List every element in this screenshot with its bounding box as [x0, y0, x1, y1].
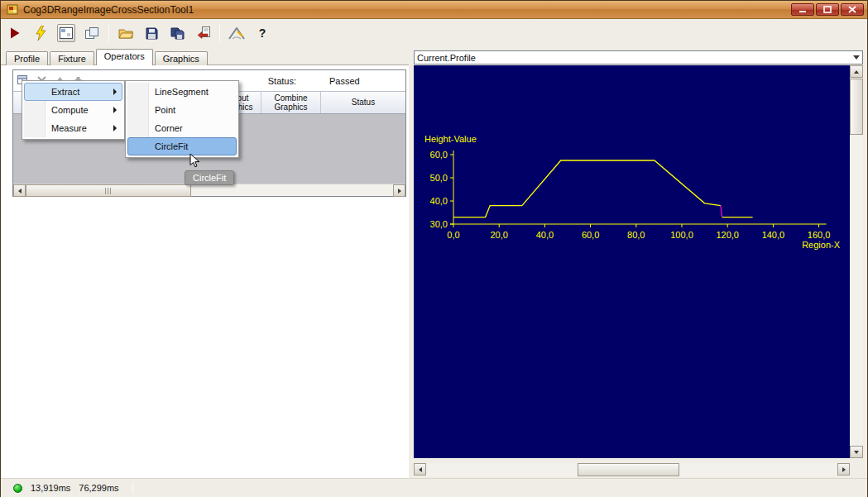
run-status-led-icon — [13, 484, 22, 493]
svg-text:160,0: 160,0 — [808, 230, 831, 240]
status-value: Passed — [329, 76, 367, 86]
mouse-cursor-icon — [189, 153, 200, 168]
scroll-right-arrow[interactable] — [393, 184, 405, 197]
minimize-button[interactable] — [791, 3, 814, 16]
caliper-icon — [228, 27, 245, 40]
main-toolbar: ? — [1, 19, 867, 47]
scrollbar-thumb[interactable] — [26, 184, 191, 197]
measure-tool-button[interactable] — [228, 24, 246, 42]
open-file-button[interactable] — [117, 24, 135, 42]
total-time: 76,299ms — [79, 483, 118, 493]
svg-text:Height-Value: Height-Value — [424, 134, 477, 144]
chart-vertical-scrollbar[interactable] — [850, 65, 863, 458]
grid-copy-icon — [85, 27, 99, 40]
up-triangle-icon — [854, 70, 859, 74]
menu-item-extract[interactable]: Extract — [24, 83, 122, 101]
close-button[interactable] — [841, 3, 864, 16]
chevron-down-icon — [853, 55, 860, 60]
copy-graphics-button[interactable] — [83, 24, 101, 42]
import-button[interactable] — [194, 24, 212, 42]
help-icon: ? — [259, 26, 266, 40]
svg-text:50,0: 50,0 — [430, 173, 448, 183]
right-triangle-icon — [398, 189, 401, 194]
menu-item-point[interactable]: Point — [127, 101, 237, 119]
profile-chart[interactable]: 0,020,040,060,080,0100,0120,0140,0160,03… — [414, 65, 850, 458]
submenu-arrow-icon — [113, 107, 117, 113]
grid-horizontal-scrollbar[interactable] — [13, 184, 405, 196]
extract-submenu: LineSegment Point Corner CircleFit — [125, 80, 239, 158]
submenu-arrow-icon — [113, 88, 117, 95]
statusbar-separator — [132, 482, 133, 494]
svg-text:60,0: 60,0 — [430, 150, 448, 160]
profile-display-panel: 0,020,040,060,080,0100,0120,0140,0160,03… — [414, 65, 863, 478]
toolbar-separator — [219, 24, 220, 42]
menu-item-measure[interactable]: Measure — [24, 119, 122, 137]
window-title: Cog3DRangeImageCrossSectionTool1 — [23, 4, 194, 16]
scroll-right-arrow[interactable] — [837, 463, 850, 475]
scrollbar-track[interactable] — [191, 184, 393, 196]
play-icon — [8, 26, 22, 40]
import-icon — [196, 26, 210, 40]
add-operator-context-menu: Extract Compute Measure — [22, 80, 125, 140]
titlebar[interactable]: Cog3DRangeImageCrossSectionTool1 — [1, 1, 867, 19]
left-triangle-icon — [419, 467, 422, 472]
profile-selector-combobox[interactable]: Current.Profile — [414, 50, 863, 65]
execution-time: 13,919ms — [31, 483, 70, 493]
down-triangle-icon — [854, 451, 859, 454]
scroll-up-arrow[interactable] — [850, 65, 863, 78]
tab-profile[interactable]: Profile — [6, 51, 48, 65]
app-window: Cog3DRangeImageCrossSectionTool1 — [0, 0, 868, 497]
svg-text:40,0: 40,0 — [536, 230, 554, 240]
status-label: Status: — [268, 76, 296, 86]
show-result-graphics-button[interactable] — [57, 24, 75, 42]
scroll-left-arrow[interactable] — [13, 184, 26, 197]
menu-item-compute[interactable]: Compute — [24, 101, 122, 119]
tab-graphics[interactable]: Graphics — [155, 51, 208, 65]
svg-text:Region-X: Region-X — [802, 240, 841, 250]
circlefit-tooltip: CircleFit — [185, 170, 234, 185]
scroll-left-arrow[interactable] — [414, 463, 426, 475]
save-as-icon — [170, 27, 185, 40]
svg-text:30,0: 30,0 — [430, 219, 448, 229]
profile-selector-value: Current.Profile — [417, 53, 476, 63]
grip-icon — [105, 188, 113, 194]
submenu-arrow-icon — [113, 125, 117, 131]
menu-item-corner[interactable]: Corner — [127, 119, 237, 137]
column-header-status[interactable]: Status — [321, 92, 405, 113]
help-button[interactable]: ? — [253, 24, 271, 42]
svg-text:80,0: 80,0 — [627, 230, 645, 240]
toolbar-separator — [108, 24, 109, 42]
lightning-icon — [35, 26, 47, 41]
profile-chart-svg: 0,020,040,060,080,0100,0120,0140,0160,03… — [414, 65, 850, 458]
left-triangle-icon — [18, 189, 22, 194]
save-icon — [146, 27, 158, 40]
run-button[interactable] — [6, 24, 24, 42]
scrollbar-thumb[interactable] — [578, 463, 679, 476]
trigger-button[interactable] — [31, 24, 50, 42]
svg-text:60,0: 60,0 — [582, 230, 599, 240]
save-as-button[interactable] — [168, 24, 186, 42]
svg-text:0,0: 0,0 — [447, 230, 459, 240]
tab-operators[interactable]: Operators — [96, 49, 153, 65]
app-icon — [7, 3, 19, 16]
save-button[interactable] — [142, 24, 161, 42]
scroll-down-arrow[interactable] — [850, 446, 863, 458]
menu-item-linesegment[interactable]: LineSegment — [127, 83, 237, 101]
column-header-combine-graphics[interactable]: Combine Graphics — [261, 92, 321, 113]
tab-strip: Profile Fixture Operators Graphics — [6, 49, 209, 65]
scrollbar-corner — [850, 463, 863, 476]
right-triangle-icon — [842, 467, 846, 472]
svg-text:140,0: 140,0 — [762, 230, 785, 240]
tab-fixture[interactable]: Fixture — [50, 51, 94, 65]
scrollbar-thumb[interactable] — [850, 79, 863, 135]
minimize-icon — [798, 6, 807, 13]
menu-item-circlefit[interactable]: CircleFit — [127, 137, 237, 155]
svg-text:20,0: 20,0 — [490, 230, 507, 240]
status-bar: 13,919ms 76,299ms — [1, 478, 867, 497]
maximize-button[interactable] — [816, 3, 839, 16]
window-controls — [791, 3, 864, 16]
image-grid-icon — [60, 27, 73, 39]
svg-text:100,0: 100,0 — [670, 230, 693, 240]
open-folder-icon — [118, 27, 133, 39]
svg-text:120,0: 120,0 — [716, 230, 739, 240]
